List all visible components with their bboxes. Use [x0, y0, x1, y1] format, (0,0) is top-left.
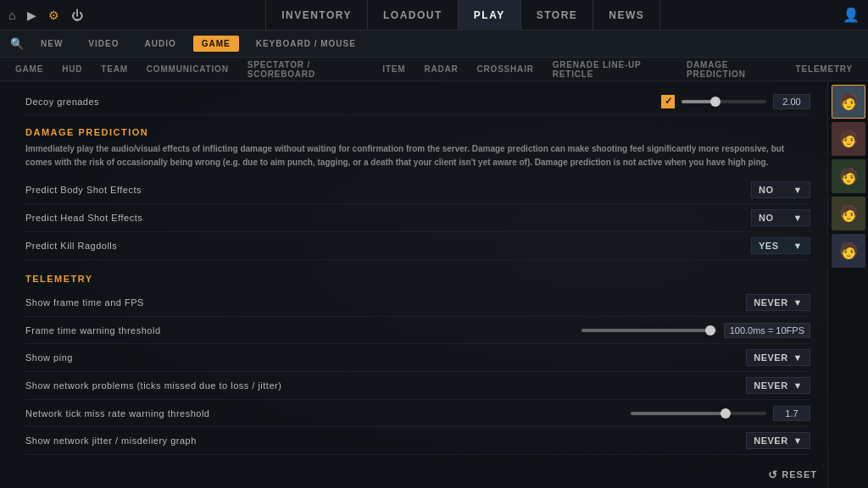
top-nav: ⌂ ▶ ⚙ ⏻ INVENTORY LOADOUT PLAY STORE NEW…	[0, 0, 868, 30]
network-tick-miss-label: Network tick miss rate warning threshold	[25, 408, 209, 419]
network-tick-miss-slider-fill	[631, 412, 726, 415]
sec-nav: 🔍 NEW VIDEO AUDIO GAME KEYBOARD / MOUSE	[0, 30, 868, 58]
frame-time-threshold-label: Frame time warning threshold	[25, 325, 161, 336]
reset-icon: ↺	[768, 469, 778, 481]
predict-body-shot-row: Predict Body Shot Effects NO ▼	[25, 176, 810, 204]
damage-prediction-header: Damage Prediction	[25, 127, 810, 137]
reset-button[interactable]: ↺ RESET	[768, 469, 817, 481]
predict-kill-ragdolls-row: Predict Kill Ragdolls YES ▼	[25, 232, 810, 260]
chevron-down-icon: ▼	[793, 435, 803, 446]
predict-head-shot-row: Predict Head Shot Effects NO ▼	[25, 204, 810, 232]
video-icon[interactable]: ▶	[27, 8, 36, 22]
network-tick-miss-control: 1.7	[631, 406, 810, 421]
predict-head-shot-dropdown[interactable]: NO ▼	[751, 209, 810, 226]
frame-time-threshold-row: Frame time warning threshold 100.0ms = 1…	[25, 317, 810, 344]
predict-body-shot-dropdown[interactable]: NO ▼	[751, 181, 810, 198]
show-ping-dropdown[interactable]: NEVER ▼	[746, 349, 810, 366]
show-network-jitter-dropdown[interactable]: NEVER ▼	[746, 432, 810, 449]
predict-kill-ragdolls-dropdown[interactable]: YES ▼	[751, 237, 810, 254]
decoy-grenades-value: 2.00	[773, 94, 810, 109]
home-icon[interactable]: ⌂	[8, 8, 15, 22]
search-icon[interactable]: 🔍	[10, 37, 24, 50]
profile-icon[interactable]: 👤	[843, 7, 860, 23]
chevron-down-icon: ▼	[793, 241, 803, 251]
settings-tab-radar[interactable]: RADAR	[415, 61, 466, 77]
network-tick-miss-row: Network tick miss rate warning threshold…	[25, 400, 810, 427]
chevron-down-icon: ▼	[793, 213, 803, 223]
predict-body-shot-label: Predict Body Shot Effects	[25, 185, 142, 195]
chevron-down-icon: ▼	[793, 380, 803, 391]
right-avatar-panel: 🧑 🧑 🧑 🧑 🧑	[827, 81, 868, 488]
frame-time-slider-thumb[interactable]	[705, 325, 715, 336]
frame-time-threshold-value: 100.0ms = 10FPS	[724, 323, 810, 338]
sec-tab-keyboard-mouse[interactable]: KEYBOARD / MOUSE	[248, 36, 364, 52]
sec-tab-audio[interactable]: AUDIO	[136, 36, 184, 52]
decoy-grenades-slider[interactable]	[682, 100, 766, 103]
predict-kill-ragdolls-label: Predict Kill Ragdolls	[25, 241, 117, 251]
nav-tab-news[interactable]: NEWS	[593, 0, 660, 30]
power-icon[interactable]: ⏻	[71, 8, 83, 22]
bottom-bar: ↺ RESET	[758, 461, 827, 488]
show-network-problems-dropdown[interactable]: NEVER ▼	[746, 377, 810, 394]
frame-time-threshold-slider[interactable]	[581, 329, 717, 332]
show-ping-label: Show ping	[25, 352, 73, 363]
decoy-grenades-row: Decoy grenades ✓ 2.00	[25, 88, 810, 115]
telemetry-header: Telemetry	[25, 274, 810, 284]
frame-time-slider-fill	[581, 329, 710, 332]
sec-tab-game[interactable]: GAME	[193, 36, 239, 52]
show-frame-time-dropdown[interactable]: NEVER ▼	[746, 294, 810, 311]
sec-tab-video[interactable]: VIDEO	[80, 36, 127, 52]
sec-tab-new[interactable]: NEW	[32, 36, 71, 52]
decoy-grenades-slider-thumb[interactable]	[710, 97, 721, 107]
settings-tab-grenade[interactable]: GRENADE LINE-UP RETICLE	[544, 57, 676, 82]
predict-kill-ragdolls-value: YES	[759, 241, 779, 251]
settings-tab-spectator[interactable]: SPECTATOR / SCOREBOARD	[239, 57, 373, 82]
decoy-grenades-control: ✓ 2.00	[661, 94, 810, 109]
nav-tab-store[interactable]: STORE	[521, 0, 594, 30]
network-tick-miss-slider[interactable]	[631, 412, 766, 415]
avatar-4[interactable]: 🧑	[832, 197, 865, 230]
settings-tab-telemetry[interactable]: TELEMETRY	[787, 61, 861, 77]
nav-tab-inventory[interactable]: INVENTORY	[265, 0, 368, 30]
settings-tab-communication[interactable]: COMMUNICATION	[138, 61, 237, 77]
damage-prediction-desc: Immediately play the audio/visual effect…	[25, 142, 810, 169]
avatar-1[interactable]: 🧑	[832, 85, 865, 119]
settings-tab-item[interactable]: ITEM	[374, 61, 414, 77]
settings-tab-game[interactable]: GAME	[7, 61, 52, 77]
show-network-jitter-value: NEVER	[754, 435, 787, 446]
show-network-problems-label: Show network problems (ticks missed due …	[25, 380, 281, 391]
chevron-down-icon: ▼	[793, 297, 803, 308]
top-nav-tabs: INVENTORY LOADOUT PLAY STORE NEWS	[83, 0, 843, 30]
show-ping-value: NEVER	[754, 352, 787, 363]
settings-panel: Decoy grenades ✓ 2.00 Damage Prediction …	[0, 81, 827, 488]
decoy-grenades-checkbox[interactable]: ✓	[661, 95, 675, 108]
settings-tab-damage-prediction[interactable]: DAMAGE PREDICTION	[678, 57, 786, 82]
settings-icon[interactable]: ⚙	[48, 8, 59, 22]
avatar-3[interactable]: 🧑	[832, 159, 865, 193]
settings-tab-team[interactable]: TEAM	[92, 61, 136, 77]
predict-body-shot-value: NO	[759, 185, 774, 195]
network-tick-miss-value: 1.7	[773, 406, 810, 421]
settings-tab-hud[interactable]: HUD	[53, 61, 91, 77]
show-ping-row: Show ping NEVER ▼	[25, 344, 810, 372]
nav-tab-play[interactable]: PLAY	[459, 0, 521, 30]
show-network-jitter-row: Show network jitter / misdeliery graph N…	[25, 427, 810, 455]
network-tick-miss-slider-thumb[interactable]	[721, 408, 731, 419]
reset-label: RESET	[782, 469, 817, 480]
avatar-2[interactable]: 🧑	[832, 122, 865, 156]
show-frame-time-value: NEVER	[754, 297, 787, 308]
settings-tabs: GAME HUD TEAM COMMUNICATION SPECTATOR / …	[0, 58, 868, 81]
decoy-grenades-label: Decoy grenades	[25, 97, 99, 107]
settings-tab-crosshair[interactable]: CROSSHAIR	[469, 61, 542, 77]
show-network-jitter-label: Show network jitter / misdeliery graph	[25, 435, 197, 446]
show-network-problems-value: NEVER	[754, 380, 787, 391]
avatar-5[interactable]: 🧑	[832, 234, 865, 268]
predict-head-shot-value: NO	[759, 213, 774, 223]
main-content: Decoy grenades ✓ 2.00 Damage Prediction …	[0, 81, 868, 488]
predict-head-shot-label: Predict Head Shot Effects	[25, 213, 142, 223]
frame-time-threshold-control: 100.0ms = 10FPS	[581, 323, 810, 338]
show-frame-time-label: Show frame time and FPS	[25, 297, 144, 308]
nav-tab-loadout[interactable]: LOADOUT	[368, 0, 459, 30]
chevron-down-icon: ▼	[793, 185, 803, 195]
chevron-down-icon: ▼	[793, 352, 803, 363]
